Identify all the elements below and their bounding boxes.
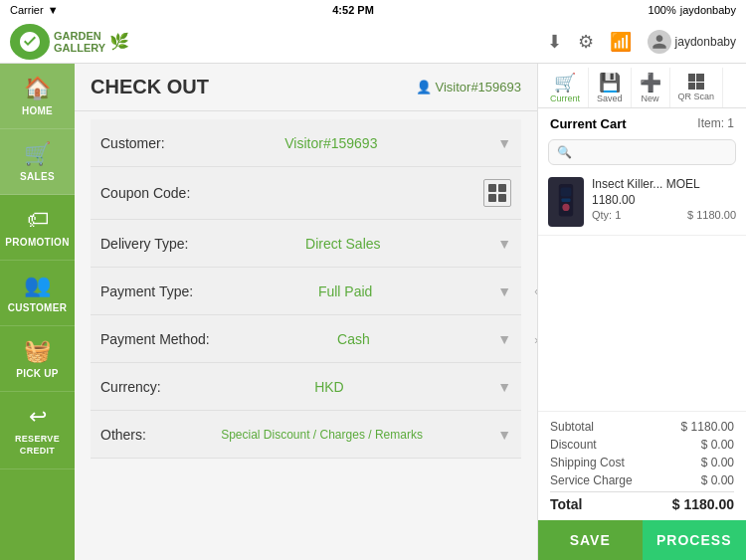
home-icon: 🏠 — [24, 76, 51, 101]
payment-type-row[interactable]: Payment Type: Full Paid ▼ « — [91, 268, 521, 315]
search-input[interactable] — [576, 145, 727, 159]
search-icon: 🔍 — [557, 145, 572, 159]
total-row: Total $ 1180.00 — [550, 491, 734, 512]
tab-current[interactable]: 🛒 Current — [542, 68, 589, 107]
cart-item-image — [548, 177, 584, 227]
sidebar-label-customer: CUSTOMER — [8, 302, 67, 313]
others-arrow: ▼ — [497, 427, 511, 443]
logo-text: GARDEN GALLERY — [54, 30, 105, 54]
top-nav: GARDEN GALLERY 🌿 ⬇ ⚙ 📶 jaydonbaby — [0, 20, 746, 64]
tab-new[interactable]: ➕ New — [632, 68, 670, 107]
service-label: Service Charge — [550, 473, 633, 487]
status-left: Carrier ▼ — [10, 4, 59, 16]
expand-btn: » — [534, 331, 537, 347]
expand-collapse-btns: « — [534, 284, 537, 298]
cart-header: Current Cart Item: 1 — [538, 108, 746, 135]
visitor-badge: 👤 Visitor#159693 — [416, 80, 522, 94]
cart-summary: Subtotal $ 1180.00 Discount $ 0.00 Shipp… — [538, 411, 746, 520]
cart-item-qty: Qty: 1 $ 1180.00 — [592, 209, 736, 221]
tab-current-label: Current — [550, 93, 580, 103]
status-right: 100% jaydonbaby — [649, 4, 736, 16]
sidebar-item-promotion[interactable]: 🏷 PROMOTION — [0, 195, 75, 261]
visitor-label: Visitor#159693 — [436, 80, 522, 94]
tab-qrscan[interactable]: QR Scan — [670, 68, 724, 107]
sidebar-label-home: HOME — [22, 105, 53, 116]
others-label: Others: — [100, 427, 146, 443]
payment-method-row[interactable]: Payment Method: Cash ▼ » — [91, 315, 521, 363]
tag-icon: 🏷 — [27, 207, 49, 233]
cart-search[interactable]: 🔍 — [548, 139, 736, 165]
process-button[interactable]: PROCESS — [643, 520, 747, 560]
coupon-row[interactable]: Coupon Code: — [91, 167, 521, 220]
delivery-row[interactable]: Delivery Type: Direct Sales ▼ — [91, 220, 521, 268]
save-button[interactable]: SAVE — [538, 520, 643, 560]
service-value: $ 0.00 — [701, 473, 734, 487]
sidebar-label-promotion: PROMOTION — [5, 237, 69, 248]
cart-item-details: Insect Killer... MOEL 1180.00 Qty: 1 $ 1… — [592, 177, 736, 221]
customer-label: Customer: — [100, 135, 165, 151]
sidebar: 🏠 HOME 🛒 SALES 🏷 PROMOTION 👥 CUSTOMER 🧺 … — [0, 64, 75, 560]
currency-label: Currency: — [100, 379, 161, 395]
subtotal-row: Subtotal $ 1180.00 — [550, 420, 734, 434]
cart-item-count: Item: 1 — [697, 116, 734, 131]
sidebar-item-reserve[interactable]: ↩ RESERVECREDIT — [0, 392, 75, 469]
right-panel: 🛒 Current 💾 Saved ➕ New QR Scan — [537, 64, 746, 560]
shipping-value: $ 0.00 — [701, 456, 734, 469]
download-icon[interactable]: ⬇ — [547, 31, 562, 53]
qty-total: $ 1180.00 — [687, 209, 736, 221]
form-area: Customer: Visitor#159693 ▼ Coupon Code: — [75, 111, 537, 560]
currency-arrow: ▼ — [497, 379, 511, 395]
shipping-label: Shipping Cost — [550, 456, 625, 469]
user-text: jaydonbaby — [680, 4, 736, 16]
sidebar-label-reserve: RESERVECREDIT — [15, 434, 60, 457]
qr-icon[interactable] — [483, 179, 511, 207]
carrier-text: Carrier — [10, 4, 44, 16]
leaf-icon: 🌿 — [109, 32, 129, 51]
top-nav-icons: ⬇ ⚙ 📶 jaydonbaby — [547, 30, 736, 54]
customer-row[interactable]: Customer: Visitor#159693 ▼ — [91, 119, 521, 167]
logo: GARDEN GALLERY 🌿 — [10, 24, 129, 60]
delivery-value: Direct Sales — [305, 236, 380, 252]
tab-saved-label: Saved — [597, 93, 623, 103]
wifi-indicator: ▼ — [48, 4, 59, 16]
customer-icon: 👥 — [24, 273, 51, 298]
tab-new-label: New — [642, 93, 659, 103]
shipping-row: Shipping Cost $ 0.00 — [550, 456, 734, 469]
current-icon: 🛒 — [554, 72, 576, 93]
time-display: 4:52 PM — [332, 4, 374, 16]
avatar — [648, 30, 671, 54]
coupon-label: Coupon Code: — [100, 185, 190, 201]
others-row[interactable]: Others: Special Discount / Charges / Rem… — [91, 411, 521, 459]
checkout-title: CHECK OUT — [91, 76, 209, 98]
payment-method-value: Cash — [337, 331, 370, 347]
payment-type-arrow: ▼ — [497, 283, 511, 299]
sidebar-item-home[interactable]: 🏠 HOME — [0, 64, 75, 129]
reserve-icon: ↩ — [29, 404, 47, 430]
customer-arrow: ▼ — [497, 135, 511, 151]
cart-item-name: Insect Killer... MOEL — [592, 177, 736, 191]
settings-icon[interactable]: ⚙ — [578, 31, 594, 53]
delivery-arrow: ▼ — [497, 236, 511, 252]
currency-row[interactable]: Currency: HKD ▼ — [91, 363, 521, 411]
currency-value: HKD — [314, 379, 344, 395]
cart-item: Insect Killer... MOEL 1180.00 Qty: 1 $ 1… — [538, 169, 746, 236]
sidebar-item-customer[interactable]: 👥 CUSTOMER — [0, 261, 75, 326]
cart-icon: 🛒 — [24, 141, 51, 167]
cart-header-label: Current Cart — [550, 116, 627, 131]
sidebar-item-sales[interactable]: 🛒 SALES — [0, 129, 75, 195]
main-layout: 🏠 HOME 🛒 SALES 🏷 PROMOTION 👥 CUSTOMER 🧺 … — [0, 64, 746, 560]
cart-tabs: 🛒 Current 💾 Saved ➕ New QR Scan — [538, 64, 746, 108]
discount-row: Discount $ 0.00 — [550, 438, 734, 452]
content-area: CHECK OUT 👤 Visitor#159693 Customer: Vis… — [75, 64, 537, 560]
subtotal-label: Subtotal — [550, 420, 594, 434]
total-label: Total — [550, 496, 582, 512]
tab-saved[interactable]: 💾 Saved — [589, 68, 632, 107]
sidebar-item-pickup[interactable]: 🧺 PICK UP — [0, 326, 75, 392]
sidebar-label-pickup: PICK UP — [16, 368, 59, 379]
visitor-icon: 👤 — [416, 80, 432, 94]
logo-icon — [10, 24, 50, 60]
qty-label: Qty: 1 — [592, 209, 621, 221]
payment-method-arrow: ▼ — [497, 331, 511, 347]
sidebar-label-sales: SALES — [20, 171, 55, 182]
tab-qrscan-label: QR Scan — [678, 92, 715, 101]
